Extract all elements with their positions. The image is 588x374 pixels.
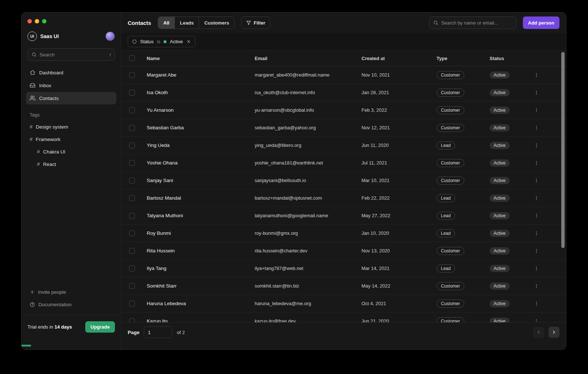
row-actions-kebab-icon[interactable] — [533, 248, 540, 253]
table-row[interactable]: Ilya Tang ilya+tang787@web.net Mar 14, 2… — [121, 260, 566, 277]
contact-created-at: Jun 11, 2020 — [362, 142, 437, 148]
status-filter-pill[interactable]: Status is Active — [128, 36, 195, 47]
table-row[interactable]: Margaret Abe margaret_abe400@rediffmail.… — [121, 66, 566, 84]
documentation-link[interactable]: Documentation — [22, 298, 121, 311]
sidebar-item-dashboard[interactable]: Dashboard — [26, 66, 116, 79]
table-row[interactable]: Sebastian Garba sebastian_garba@yahoo.or… — [121, 119, 566, 137]
row-checkbox[interactable] — [129, 90, 135, 96]
row-checkbox[interactable] — [129, 283, 135, 289]
status-badge: Active — [490, 89, 510, 96]
contact-created-at: Nov 12, 2021 — [362, 125, 437, 130]
table-row[interactable]: Bartosz Mandal bartosz+mandal@optusnet.c… — [121, 189, 566, 207]
row-checkbox[interactable] — [129, 160, 135, 166]
page-number-input[interactable] — [144, 326, 172, 338]
row-checkbox[interactable] — [129, 318, 135, 323]
row-checkbox[interactable] — [129, 301, 135, 307]
table-body: Margaret Abe margaret_abe400@rediffmail.… — [121, 66, 566, 322]
next-page-button[interactable] — [548, 327, 559, 338]
sidebar-tag-framework[interactable]: # Framework — [22, 133, 121, 145]
status-badge: Active — [490, 282, 510, 290]
tab-leads[interactable]: Leads — [175, 17, 199, 29]
sidebar-tag-design-system[interactable]: # Design system — [22, 121, 121, 133]
zoom-window-button[interactable] — [42, 19, 46, 23]
table-row[interactable]: Roy Bunmi roy-bunmi@gmx.org Jan 10, 2020… — [121, 225, 566, 242]
sidebar-tag-react[interactable]: # React — [22, 158, 121, 170]
sidebar-item-contacts[interactable]: Contacts — [26, 92, 116, 104]
remove-filter-icon[interactable] — [186, 39, 191, 44]
sidebar-tag-chakra-ui[interactable]: # Chakra UI — [22, 145, 121, 158]
row-checkbox[interactable] — [129, 142, 135, 148]
tab-all[interactable]: All — [158, 17, 175, 29]
scrollbar-thumb[interactable] — [561, 52, 565, 248]
contact-email: ying_ueda@libero.org — [255, 142, 362, 148]
row-checkbox[interactable] — [129, 195, 135, 201]
add-person-button[interactable]: Add person — [523, 16, 559, 29]
row-actions-kebab-icon[interactable] — [533, 143, 540, 148]
chevron-left-icon — [536, 330, 541, 335]
row-actions-kebab-icon[interactable] — [533, 73, 540, 78]
row-actions-kebab-icon[interactable] — [533, 319, 540, 323]
type-badge: Lead — [437, 264, 455, 273]
table-row[interactable]: Isa Okoth isa_okoth@club-internet.info J… — [121, 84, 566, 101]
contacts-search-input[interactable] — [441, 20, 512, 26]
row-actions-kebab-icon[interactable] — [533, 266, 540, 271]
page-label: Page — [128, 330, 139, 335]
sidebar-item-inbox[interactable]: Inbox — [26, 79, 116, 92]
row-actions-kebab-icon[interactable] — [533, 231, 540, 236]
row-checkbox[interactable] — [129, 230, 135, 236]
row-actions-kebab-icon[interactable] — [533, 178, 540, 183]
row-checkbox[interactable] — [129, 266, 135, 271]
row-checkbox[interactable] — [129, 125, 135, 131]
filter-button[interactable]: Filter — [241, 16, 270, 29]
contact-name: Somkhit Starr — [147, 283, 255, 289]
user-avatar[interactable] — [105, 32, 115, 41]
row-actions-kebab-icon[interactable] — [533, 284, 540, 289]
table-row[interactable]: Kazuo Ito kazuo.ito@free.dev Jun 21, 202… — [121, 312, 566, 322]
row-actions-kebab-icon[interactable] — [533, 196, 540, 201]
row-checkbox[interactable] — [129, 213, 135, 219]
row-actions-kebab-icon[interactable] — [533, 90, 540, 95]
column-header-type[interactable]: Type — [437, 56, 490, 61]
table-header-row: Name Email Created at Type Status — [121, 51, 566, 66]
contact-created-at: Mar 14, 2021 — [362, 266, 437, 271]
column-header-created-at[interactable]: Created at — [362, 56, 437, 61]
table-row[interactable]: Tatyana Muthoni tatyanamuthoni@googlemai… — [121, 207, 566, 225]
select-all-checkbox[interactable] — [129, 55, 135, 61]
table-row[interactable]: Ying Ueda ying_ueda@libero.org Jun 11, 2… — [121, 137, 566, 154]
contact-email: isa_okoth@club-internet.info — [255, 90, 362, 95]
row-actions-kebab-icon[interactable] — [533, 301, 540, 306]
minimize-window-button[interactable] — [35, 19, 39, 23]
app-window: UI Saas UI / Dashboard Inbox — [21, 12, 566, 350]
window-controls — [22, 17, 121, 29]
table-row[interactable]: Yoshie Ohana yoshie_ohana181@earthlink.n… — [121, 154, 566, 172]
row-checkbox[interactable] — [129, 248, 135, 254]
column-header-status[interactable]: Status — [490, 56, 526, 61]
tags-heading: Tags — [30, 112, 113, 118]
table-row[interactable]: Somkhit Starr somkhit.starr@tin.biz May … — [121, 277, 566, 295]
sidebar-search-input[interactable] — [40, 52, 106, 58]
row-actions-kebab-icon[interactable] — [533, 108, 540, 113]
close-window-button[interactable] — [27, 19, 32, 23]
row-checkbox[interactable] — [129, 72, 135, 78]
sidebar-search[interactable]: / — [27, 48, 115, 61]
row-actions-kebab-icon[interactable] — [533, 160, 540, 166]
contact-name: Haruna Lebedeva — [147, 301, 255, 306]
sidebar-item-label: Contacts — [39, 96, 59, 101]
invite-people-link[interactable]: Invite people — [22, 286, 121, 298]
table-row[interactable]: Sanjay Sani sanjaysani@bellsouth.io Mar … — [121, 172, 566, 189]
column-header-name[interactable]: Name — [147, 56, 255, 61]
table-row[interactable]: Rita Hussein rita.hussein@charter.dev No… — [121, 242, 566, 260]
previous-page-button[interactable] — [533, 327, 544, 338]
row-checkbox[interactable] — [129, 107, 135, 113]
hash-icon: # — [37, 161, 40, 167]
row-actions-kebab-icon[interactable] — [533, 125, 540, 130]
column-header-email[interactable]: Email — [255, 56, 362, 61]
row-checkbox[interactable] — [129, 178, 135, 184]
table-row[interactable]: Yu Arnarson yu-arnarson@sbcglobal.info F… — [121, 101, 566, 119]
upgrade-button[interactable]: Upgrade — [85, 321, 115, 333]
table-row[interactable]: Haruna Lebedeva haruna_lebedeva@me.org O… — [121, 295, 566, 312]
contacts-search[interactable] — [429, 16, 516, 29]
contact-name: Tatyana Muthoni — [147, 213, 255, 218]
row-actions-kebab-icon[interactable] — [533, 213, 540, 218]
tab-customers[interactable]: Customers — [199, 17, 234, 29]
